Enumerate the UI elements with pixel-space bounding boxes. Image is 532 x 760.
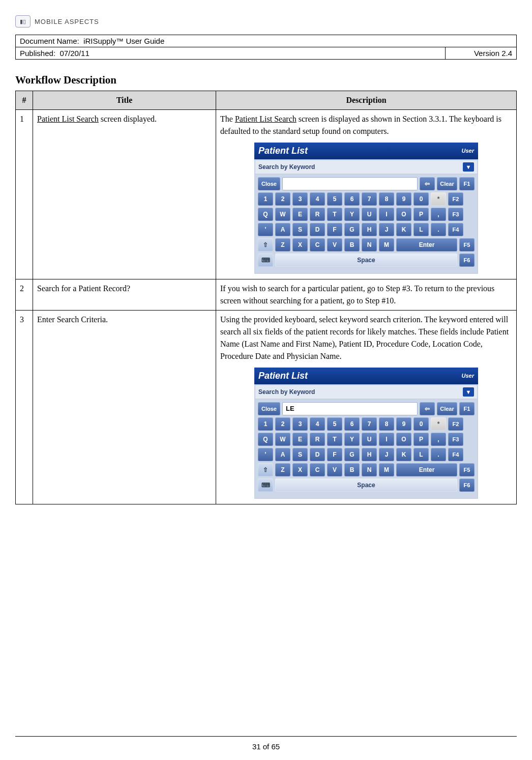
key-y[interactable]: Y xyxy=(344,433,360,446)
key-d[interactable]: D xyxy=(310,448,325,461)
key-'[interactable]: ' xyxy=(258,223,273,236)
key-s[interactable]: S xyxy=(292,223,308,236)
key-z[interactable]: Z xyxy=(275,463,290,476)
key-5[interactable]: 5 xyxy=(327,192,342,206)
key-v[interactable]: V xyxy=(327,238,342,251)
key-w[interactable]: W xyxy=(275,433,290,446)
f3-key[interactable]: F3 xyxy=(448,433,463,446)
key-i[interactable]: I xyxy=(379,433,394,446)
shift-key[interactable]: ⇧ xyxy=(258,238,273,251)
key-g[interactable]: G xyxy=(344,223,360,236)
key-8[interactable]: 8 xyxy=(379,192,394,206)
key-j[interactable]: J xyxy=(379,448,394,461)
key-j[interactable]: J xyxy=(379,223,394,236)
space-key[interactable]: Space xyxy=(275,254,457,267)
close-button[interactable]: Close xyxy=(258,177,280,190)
key-n[interactable]: N xyxy=(362,463,377,476)
key-w[interactable]: W xyxy=(275,208,290,221)
key-q[interactable]: Q xyxy=(258,208,273,221)
key-t[interactable]: T xyxy=(327,208,342,221)
key-o[interactable]: O xyxy=(396,208,411,221)
key-m[interactable]: M xyxy=(379,238,394,251)
key-1[interactable]: 1 xyxy=(258,192,273,206)
key-x[interactable]: X xyxy=(292,238,308,251)
key-l[interactable]: L xyxy=(413,223,429,236)
key-,[interactable]: , xyxy=(431,208,446,221)
key-,[interactable]: , xyxy=(431,433,446,446)
key-x[interactable]: X xyxy=(292,463,308,476)
key-f[interactable]: F xyxy=(327,448,342,461)
f6-key[interactable]: F6 xyxy=(459,254,475,267)
key-i[interactable]: I xyxy=(379,208,394,221)
f4-key[interactable]: F4 xyxy=(448,448,463,461)
dropdown-icon[interactable]: ▼ xyxy=(463,387,474,397)
key-5[interactable]: 5 xyxy=(327,417,342,431)
search-input[interactable] xyxy=(282,177,418,190)
key-c[interactable]: C xyxy=(310,463,325,476)
key-h[interactable]: H xyxy=(362,448,377,461)
key-7[interactable]: 7 xyxy=(362,192,377,206)
key-9[interactable]: 9 xyxy=(396,417,411,431)
key-0[interactable]: 0 xyxy=(413,417,429,431)
key-p[interactable]: P xyxy=(413,208,429,221)
key-9[interactable]: 9 xyxy=(396,192,411,206)
backspace-button[interactable]: ⇦ xyxy=(420,402,435,415)
key-7[interactable]: 7 xyxy=(362,417,377,431)
space-key[interactable]: Space xyxy=(275,478,457,492)
key-n[interactable]: N xyxy=(362,238,377,251)
key-.[interactable]: . xyxy=(431,223,446,236)
key-a[interactable]: A xyxy=(275,223,290,236)
key-e[interactable]: E xyxy=(292,208,308,221)
key-z[interactable]: Z xyxy=(275,238,290,251)
clear-button[interactable]: Clear xyxy=(437,177,457,190)
key-*[interactable]: * xyxy=(431,417,446,431)
key-a[interactable]: A xyxy=(275,448,290,461)
f2-key[interactable]: F2 xyxy=(448,192,463,206)
f6-key[interactable]: F6 xyxy=(459,478,475,492)
key-h[interactable]: H xyxy=(362,223,377,236)
key-m[interactable]: M xyxy=(379,463,394,476)
f5-key[interactable]: F5 xyxy=(459,238,475,251)
key-g[interactable]: G xyxy=(344,448,360,461)
key-d[interactable]: D xyxy=(310,223,325,236)
key-'[interactable]: ' xyxy=(258,448,273,461)
key-4[interactable]: 4 xyxy=(310,192,325,206)
dropdown-icon[interactable]: ▼ xyxy=(463,162,474,172)
key-6[interactable]: 6 xyxy=(344,417,360,431)
f1-key[interactable]: F1 xyxy=(459,402,475,415)
key-4[interactable]: 4 xyxy=(310,417,325,431)
key-r[interactable]: R xyxy=(310,433,325,446)
f3-key[interactable]: F3 xyxy=(448,208,463,221)
key-1[interactable]: 1 xyxy=(258,417,273,431)
key-6[interactable]: 6 xyxy=(344,192,360,206)
key-*[interactable]: * xyxy=(431,192,446,206)
key-f[interactable]: F xyxy=(327,223,342,236)
f4-key[interactable]: F4 xyxy=(448,223,463,236)
key-r[interactable]: R xyxy=(310,208,325,221)
key-8[interactable]: 8 xyxy=(379,417,394,431)
key-s[interactable]: S xyxy=(292,448,308,461)
key-2[interactable]: 2 xyxy=(275,417,290,431)
key-c[interactable]: C xyxy=(310,238,325,251)
close-button[interactable]: Close xyxy=(258,402,280,415)
key-2[interactable]: 2 xyxy=(275,192,290,206)
keyboard-icon[interactable]: ⌨ xyxy=(258,254,273,267)
shift-key[interactable]: ⇧ xyxy=(258,463,273,476)
key-o[interactable]: O xyxy=(396,433,411,446)
key-p[interactable]: P xyxy=(413,433,429,446)
key-u[interactable]: U xyxy=(362,208,377,221)
clear-button[interactable]: Clear xyxy=(437,402,457,415)
key-b[interactable]: B xyxy=(344,463,360,476)
key-3[interactable]: 3 xyxy=(292,192,308,206)
f1-key[interactable]: F1 xyxy=(459,177,475,190)
key-3[interactable]: 3 xyxy=(292,417,308,431)
enter-key[interactable]: Enter xyxy=(396,238,457,251)
key-.[interactable]: . xyxy=(431,448,446,461)
key-t[interactable]: T xyxy=(327,433,342,446)
backspace-button[interactable]: ⇦ xyxy=(420,177,435,190)
key-b[interactable]: B xyxy=(344,238,360,251)
key-y[interactable]: Y xyxy=(344,208,360,221)
enter-key[interactable]: Enter xyxy=(396,463,457,476)
keyboard-icon[interactable]: ⌨ xyxy=(258,478,273,492)
key-v[interactable]: V xyxy=(327,463,342,476)
